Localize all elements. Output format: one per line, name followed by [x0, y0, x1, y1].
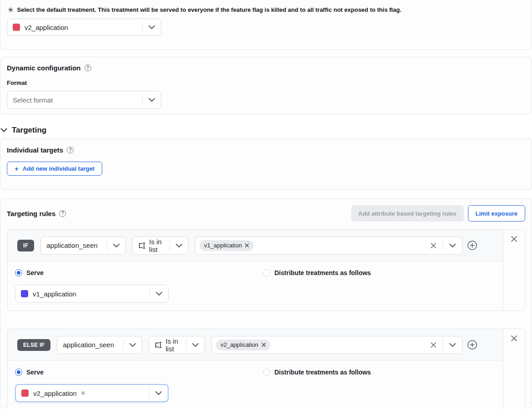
attribute-value: application_seen [46, 241, 98, 249]
distribute-option[interactable]: Distribute treatments as follows [263, 369, 371, 376]
serve-radio[interactable] [15, 269, 22, 276]
distribute-radio[interactable] [263, 369, 270, 376]
format-placeholder: Select format [13, 96, 53, 104]
serve-radio[interactable] [15, 369, 22, 376]
dynamic-configuration-section: Dynamic configuration ? Format Select fo… [0, 57, 532, 114]
chevron-down-icon[interactable] [186, 343, 204, 347]
attribute-value: application_seen [63, 341, 114, 349]
matcher-select[interactable]: Is in list [149, 336, 205, 354]
individual-targets-title: Individual targets [7, 146, 63, 154]
dynamic-configuration-title: Dynamic configuration [7, 64, 81, 72]
serve-label: Serve [26, 269, 44, 276]
delete-rule-icon[interactable] [511, 236, 517, 310]
collapse-chevron-icon[interactable] [0, 128, 7, 132]
required-asterisk-icon: ✳ [8, 6, 14, 13]
matcher-value: Is in list [166, 337, 186, 353]
condition-badge: IF [17, 240, 34, 251]
help-icon[interactable]: ? [67, 147, 74, 153]
values-input[interactable]: v1_application [195, 237, 462, 255]
condition-badge: ELSE IF [17, 339, 50, 351]
targeting-title: Targeting [12, 126, 46, 135]
attribute-select[interactable]: application_seen [40, 237, 126, 255]
chevron-down-icon[interactable] [143, 25, 161, 29]
limit-exposure-button[interactable]: Limit exposure [468, 205, 525, 222]
value-pill-label: v2_application [220, 341, 258, 348]
add-individual-target-button[interactable]: + Add new individual target [7, 162, 102, 176]
default-treatment-select[interactable]: v2_application [7, 19, 161, 36]
targeting-rules-title: Targeting rules [7, 210, 55, 217]
treatment-color-swatch [21, 290, 28, 297]
string-matcher-icon [154, 341, 162, 349]
chevron-down-icon[interactable] [124, 343, 142, 347]
targeting-rules-section: Targeting rules ? Add attribute based ta… [0, 198, 532, 408]
chevron-down-icon[interactable] [443, 343, 462, 347]
delete-rule-icon[interactable] [511, 335, 517, 409]
serve-treatment-value: v2_application [33, 389, 77, 397]
remove-value-icon[interactable] [262, 343, 266, 347]
default-treatment-note: ✳ Select the default treatment. This tre… [7, 6, 525, 13]
add-condition-icon[interactable] [467, 340, 477, 350]
plus-icon: + [15, 165, 19, 172]
remove-value-icon[interactable] [245, 243, 249, 247]
default-treatment-section: ✳ Select the default treatment. This tre… [0, 0, 532, 50]
help-icon[interactable]: ? [59, 210, 66, 217]
chevron-down-icon[interactable] [149, 391, 168, 395]
matcher-select[interactable]: Is in list [132, 237, 189, 255]
targeting-section-header[interactable]: Targeting [0, 122, 532, 138]
help-icon[interactable]: ? [85, 64, 91, 71]
serve-option[interactable]: Serve [15, 369, 263, 376]
serve-treatment-value: v1_application [33, 290, 76, 298]
treatment-color-swatch [21, 389, 29, 397]
values-input[interactable]: v2_application [211, 336, 462, 354]
chevron-down-icon[interactable] [170, 244, 188, 247]
chevron-down-icon[interactable] [443, 244, 462, 247]
default-treatment-note-text: Select the default treatment. This treat… [17, 6, 402, 13]
value-pill: v1_application [199, 240, 254, 251]
value-pill-label: v1_application [204, 242, 242, 249]
distribute-label: Distribute treatments as follows [274, 369, 371, 376]
serve-option[interactable]: Serve [15, 269, 263, 276]
format-select[interactable]: Select format [7, 91, 161, 109]
distribute-radio[interactable] [263, 269, 270, 276]
default-treatment-value: v2_application [25, 24, 68, 31]
individual-targets-section: Individual targets ? + Add new individua… [0, 138, 532, 190]
add-individual-target-label: Add new individual target [23, 165, 94, 172]
chevron-down-icon[interactable] [150, 292, 168, 296]
chevron-down-icon[interactable] [107, 244, 125, 247]
default-treatment-asterisk-icon: ✳ [80, 389, 86, 397]
distribute-option[interactable]: Distribute treatments as follows [263, 269, 371, 276]
serve-treatment-select[interactable]: v2_application ✳ [15, 384, 169, 402]
targeting-rule-card: IF application_seen Is in list [7, 229, 525, 311]
matcher-value: Is in list [149, 238, 169, 253]
attribute-select[interactable]: application_seen [57, 336, 142, 354]
add-condition-icon[interactable] [467, 240, 477, 251]
string-matcher-icon [138, 242, 146, 249]
targeting-rule-card: ELSE IF application_seen Is in list [7, 329, 525, 409]
serve-treatment-select[interactable]: v1_application [15, 285, 169, 303]
distribute-label: Distribute treatments as follows [274, 269, 371, 276]
clear-values-icon[interactable] [424, 342, 443, 348]
add-attribute-rules-button[interactable]: Add attribute based targeting rules [351, 205, 464, 222]
chevron-down-icon[interactable] [143, 98, 161, 102]
format-label: Format [7, 79, 525, 86]
treatment-color-swatch [13, 24, 20, 31]
value-pill: v2_application [216, 340, 270, 350]
serve-label: Serve [26, 369, 44, 376]
clear-values-icon[interactable] [424, 242, 443, 249]
